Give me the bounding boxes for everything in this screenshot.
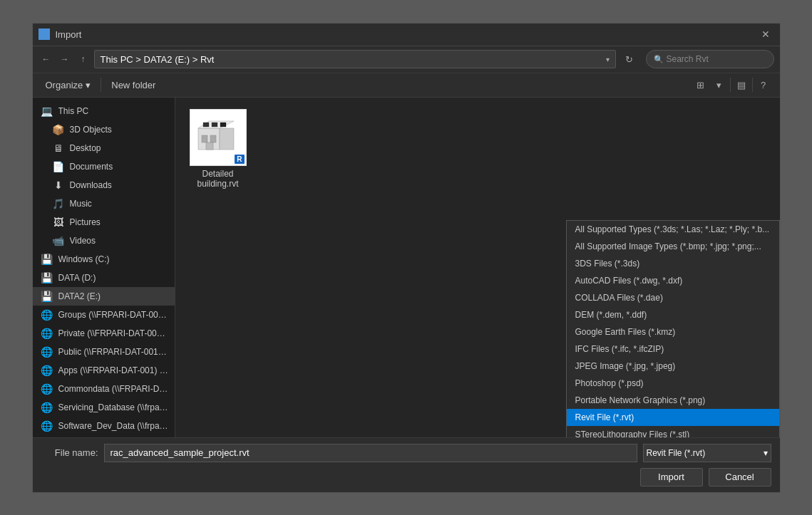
search-placeholder: Search Rvt — [667, 54, 709, 64]
titlebar: Import ✕ — [33, 24, 780, 46]
dropdown-item-collada[interactable]: COLLADA Files (*.dae) — [567, 289, 779, 306]
forward-button[interactable]: → — [57, 51, 73, 67]
svg-rect-6 — [203, 123, 209, 127]
import-button[interactable]: Import — [640, 468, 703, 487]
sidebar-icon-windows-c: 💾 — [41, 254, 53, 265]
up-button[interactable]: ↑ — [76, 51, 91, 67]
view-icon-button[interactable]: ⊞ — [693, 77, 709, 93]
new-folder-button[interactable]: New folder — [107, 78, 160, 92]
svg-rect-1 — [220, 128, 234, 150]
filetype-dropdown-panel: All Supported Types (*.3ds; *.Las; *.Laz… — [566, 220, 780, 437]
detail-view-button[interactable]: ▤ — [734, 77, 749, 93]
sidebar-item-documents[interactable]: 📄Documents — [33, 157, 175, 176]
filetype-select[interactable]: Revit File (*.rvt) ▾ — [643, 444, 771, 462]
view-list-button[interactable]: ▾ — [711, 77, 727, 93]
sidebar-label-music: Music — [70, 199, 92, 209]
dropdown-item-photoshop[interactable]: Photoshop (*.psd) — [567, 375, 779, 392]
sidebar-item-software-t[interactable]: 🌐Software_Dev_Data (\\frpari-dat-002) (T… — [33, 417, 175, 435]
close-button[interactable]: ✕ — [757, 26, 774, 43]
back-button[interactable]: ← — [38, 51, 54, 67]
sidebar-label-this-pc: This PC — [58, 106, 89, 116]
search-box[interactable]: 🔍 Search Rvt — [646, 50, 774, 68]
toolbar-separator — [101, 78, 101, 92]
filetype-value: Revit File (*.rvt) — [647, 448, 706, 458]
sidebar-icon-data-d: 💾 — [41, 272, 53, 283]
navbar: ← → ↑ This PC > DATA2 (E:) > Rvt ▾ ↻ 🔍 S… — [33, 46, 780, 73]
sidebar-item-3d-objects[interactable]: 📦3D Objects — [33, 120, 175, 139]
sidebar-icon-commondata-q: 🌐 — [41, 383, 53, 395]
sidebar-item-servicing-s[interactable]: 🌐Servicing_Database (\\frpari-dat-002) (… — [33, 398, 175, 417]
sidebar-item-this-pc[interactable]: 💻This PC — [33, 102, 175, 120]
sidebar-icon-software-t: 🌐 — [41, 420, 53, 432]
dialog-title: Import — [56, 29, 757, 40]
sidebar-label-documents: Documents — [70, 162, 113, 172]
dropdown-item-autocad[interactable]: AutoCAD Files (*.dwg, *.dxf) — [567, 272, 779, 289]
address-bar[interactable]: This PC > DATA2 (E:) > Rvt ▾ — [94, 50, 616, 68]
toolbar-right: ⊞ ▾ ▤ ? — [693, 77, 771, 93]
refresh-button[interactable]: ↻ — [622, 51, 637, 67]
svg-rect-3 — [202, 135, 207, 142]
sidebar-icon-data2-e: 💾 — [41, 291, 53, 302]
file-name: Detailed building.rvt — [187, 169, 250, 189]
sidebar-icon-3d-objects: 📦 — [53, 124, 64, 135]
toolbar-separator-2 — [730, 78, 731, 92]
dropdown-item-dem[interactable]: DEM (*.dem, *.ddf) — [567, 306, 779, 323]
sidebar-item-music[interactable]: 🎵Music — [33, 194, 175, 213]
sidebar-item-desktop[interactable]: 🖥Desktop — [33, 139, 175, 157]
sidebar-item-allshare-u[interactable]: 🌐Allshare (\\frpari-dat-001) (U:) — [33, 435, 175, 437]
sidebar-item-groups-g[interactable]: 🌐Groups (\\FRPARI-DAT-001) (G:) — [33, 306, 175, 324]
filetype-chevron-icon: ▾ — [764, 448, 768, 458]
dropdown-item-3ds[interactable]: 3DS Files (*.3ds) — [567, 255, 779, 272]
sidebar-icon-desktop: 🖥 — [53, 142, 64, 154]
sidebar-item-windows-c[interactable]: 💾Windows (C:) — [33, 250, 175, 269]
cancel-button[interactable]: Cancel — [709, 468, 771, 487]
toolbar: Organize ▾ New folder ⊞ ▾ ▤ ? — [33, 73, 780, 98]
sidebar-icon-documents: 📄 — [53, 161, 64, 172]
list-item[interactable]: R Detailed building.rvt — [183, 105, 254, 193]
svg-rect-4 — [210, 135, 216, 142]
sidebar-label-windows-c: Windows (C:) — [58, 254, 110, 264]
sidebar-label-data-d: DATA (D:) — [58, 273, 96, 283]
sidebar-item-data-d[interactable]: 💾DATA (D:) — [33, 269, 175, 287]
organize-label: Organize — [46, 80, 83, 90]
sidebar-label-apps-p: Apps (\\FRPARI-DAT-001) (P:) — [58, 365, 169, 375]
dropdown-item-jpeg[interactable]: JPEG Image (*.jpg, *.jpeg) — [567, 358, 779, 375]
dropdown-item-ifc[interactable]: IFC Files (*.ifc, *.ifcZIP) — [567, 340, 779, 358]
sidebar-label-pictures: Pictures — [70, 217, 101, 227]
sidebar-item-videos[interactable]: 📹Videos — [33, 232, 175, 250]
sidebar-icon-videos: 📹 — [53, 235, 64, 246]
dropdown-item-all-supported[interactable]: All Supported Types (*.3ds; *.Las; *.Laz… — [567, 221, 779, 238]
sidebar-label-commondata-q: Commondata (\\FRPARI-DAT-002) (Q:) — [58, 384, 169, 394]
dropdown-item-google-earth[interactable]: Google Earth Files (*.kmz) — [567, 323, 779, 340]
svg-rect-7 — [212, 123, 217, 127]
dropdown-item-stl[interactable]: STereoLithography Files (*.stl) — [567, 426, 779, 437]
dropdown-item-png[interactable]: Portable Network Graphics (*.png) — [567, 392, 779, 409]
sidebar-item-private-k[interactable]: 🌐Private (\\FRPARI-DAT-001) (K:) — [33, 324, 175, 343]
import-dialog: Import ✕ ← → ↑ This PC > DATA2 (E:) > Rv… — [32, 23, 781, 493]
sidebar-icon-public-l: 🌐 — [41, 346, 53, 358]
help-button[interactable]: ? — [756, 77, 771, 93]
sidebar-item-commondata-q[interactable]: 🌐Commondata (\\FRPARI-DAT-002) (Q:) — [33, 380, 175, 398]
sidebar-item-pictures[interactable]: 🖼Pictures — [33, 213, 175, 232]
dropdown-item-all-images[interactable]: All Supported Image Types (*.bmp; *.jpg;… — [567, 238, 779, 255]
svg-rect-5 — [206, 142, 213, 150]
sidebar-item-downloads[interactable]: ⬇Downloads — [33, 176, 175, 194]
sidebar-label-servicing-s: Servicing_Database (\\frpari-dat-002) (S… — [58, 402, 169, 412]
dropdown-item-revit[interactable]: Revit File (*.rvt) — [567, 409, 779, 426]
rvt-badge: R — [235, 155, 244, 164]
sidebar-label-downloads: Downloads — [70, 180, 112, 190]
import-label: Import — [658, 472, 684, 482]
sidebar-icon-servicing-s: 🌐 — [41, 402, 53, 413]
sidebar-label-3d-objects: 3D Objects — [70, 125, 112, 135]
filename-input[interactable] — [104, 444, 637, 462]
sidebar-icon-groups-g: 🌐 — [41, 309, 53, 321]
sidebar-label-private-k: Private (\\FRPARI-DAT-001) (K:) — [58, 328, 169, 338]
sidebar-label-groups-g: Groups (\\FRPARI-DAT-001) (G:) — [58, 310, 169, 320]
sidebar-item-public-l[interactable]: 🌐Public (\\FRPARI-DAT-001) (L:) — [33, 343, 175, 361]
sidebar-icon-pictures: 🖼 — [53, 217, 64, 228]
sidebar: 💻This PC📦3D Objects🖥Desktop📄Documents⬇Do… — [33, 98, 175, 437]
sidebar-icon-music: 🎵 — [53, 198, 64, 209]
sidebar-item-apps-p[interactable]: 🌐Apps (\\FRPARI-DAT-001) (P:) — [33, 361, 175, 380]
organize-button[interactable]: Organize ▾ — [41, 78, 96, 92]
sidebar-item-data2-e[interactable]: 💾DATA2 (E:) — [33, 287, 175, 306]
